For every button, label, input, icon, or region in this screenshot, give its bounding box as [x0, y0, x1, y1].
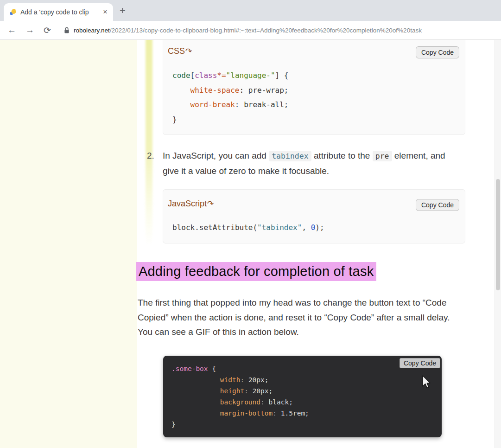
css-code: code[class*="language-"] { white-space: …	[163, 58, 465, 127]
js-label: JavaScript	[168, 199, 207, 208]
browser-tab[interactable]: Add a 'copy code to clip ×	[4, 3, 113, 21]
js-code-header: JavaScript↷ Copy Code	[163, 190, 465, 211]
back-icon[interactable]: ←	[7, 25, 16, 35]
url-bar[interactable]: roboleary.net/2022/01/13/copy-code-to-cl…	[64, 27, 422, 34]
list-number: 2.	[147, 148, 158, 179]
tab-title: Add a 'copy code to clip	[20, 8, 101, 16]
anchor-link-icon[interactable]: ↷	[207, 199, 214, 208]
page-content: CSS↷ Copy Code code[class*="language-"] …	[0, 40, 501, 448]
css-label: CSS	[168, 46, 185, 56]
body-paragraph: The first thing that popped into my head…	[138, 295, 466, 339]
reload-icon[interactable]: ⟳	[44, 25, 51, 36]
forward-icon[interactable]: →	[25, 25, 34, 35]
url-text[interactable]: roboleary.net/2022/01/13/copy-code-to-cl…	[74, 27, 422, 34]
copy-code-button-css[interactable]: Copy Code	[416, 46, 459, 58]
section-heading-highlighted: Adding feedback for completion of task	[136, 262, 376, 281]
favicon-icon	[9, 8, 17, 16]
left-margin-tint	[0, 40, 137, 448]
js-code: block.setAttribute("tabindex", 0);	[163, 211, 465, 234]
anchor-link-icon[interactable]: ↷	[185, 47, 192, 56]
secure-lock-icon[interactable]	[64, 27, 70, 34]
yellow-accent-strip	[146, 40, 152, 245]
mouse-cursor-icon	[421, 375, 431, 389]
gif-demo-code-block: Copy Code .some-box { width: 20px; heigh…	[163, 356, 442, 437]
copy-code-button-js[interactable]: Copy Code	[416, 199, 459, 211]
css-code-block: CSS↷ Copy Code code[class*="language-"] …	[163, 40, 465, 135]
new-tab-button[interactable]: +	[120, 5, 126, 17]
js-code-block: JavaScript↷ Copy Code block.setAttribute…	[163, 189, 465, 243]
tab-bar: Add a 'copy code to clip × +	[0, 0, 501, 21]
url-path: /2022/01/13/copy-code-to-clipboard-blog.…	[110, 27, 422, 34]
list-item-text: In JavaScript, you can add tabindex attr…	[163, 148, 456, 179]
scrollbar-thumb[interactable]	[496, 179, 500, 290]
url-domain: roboleary.net	[74, 27, 110, 34]
copy-code-button-gif[interactable]: Copy Code	[400, 358, 440, 368]
css-code-header: CSS↷ Copy Code	[163, 40, 465, 58]
ordered-list-item-2: 2. In JavaScript, you can add tabindex a…	[147, 148, 459, 179]
browser-toolbar: ← → ⟳ roboleary.net/2022/01/13/copy-code…	[0, 21, 501, 40]
page-scrollbar[interactable]	[495, 40, 501, 448]
tab-close-icon[interactable]: ×	[101, 8, 109, 16]
